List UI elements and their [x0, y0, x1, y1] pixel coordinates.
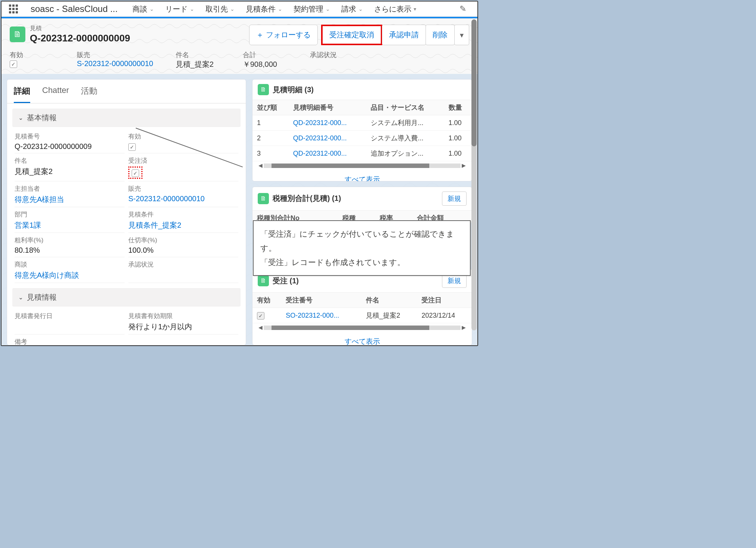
- subject-field-label: 件名: [15, 156, 125, 165]
- qcond-field-label: 見積条件: [128, 210, 238, 219]
- related-panel: 🗎見積明細 (3) 並び順 見積明細番号 品目・サービス名 数量 1QD-202…: [252, 79, 472, 345]
- ordered-checkbox-highlight: ✓: [128, 166, 142, 179]
- sales-label: 販売: [77, 50, 153, 59]
- margin-field-label: 仕切率(%): [128, 236, 238, 245]
- chevron-down-icon: ⌄: [18, 294, 23, 301]
- plus-icon: ＋: [256, 31, 264, 39]
- record-title: 🗎 見積 Q-202312-0000000009: [10, 25, 130, 44]
- sales-link[interactable]: S-202312-0000000010: [77, 59, 153, 68]
- section-basic-header[interactable]: ⌄基本情報: [12, 109, 241, 127]
- quoteinfo-fields: 見積書発行日 見積書有効期限発行より1か月以内 備考: [7, 309, 246, 345]
- caret-down-icon: ▾: [460, 31, 464, 39]
- dept-field-label: 部門: [15, 210, 125, 219]
- sales-field-label: 販売: [128, 184, 238, 193]
- subject-value: 見積_提案2: [176, 59, 220, 69]
- ordered-field-value: ✓: [128, 165, 238, 179]
- lines-table: 並び順 見積明細番号 品目・サービス名 数量 1QD-202312-000...…: [252, 100, 472, 161]
- nav-tab-account[interactable]: 取引先⌄: [206, 4, 235, 14]
- edit-nav-icon[interactable]: ✎: [459, 4, 466, 14]
- lines-col-qty: 数量: [444, 100, 472, 115]
- horizontal-scrollbar[interactable]: [264, 164, 461, 168]
- lines-card-title: 見積明細 (3): [273, 85, 467, 95]
- active-label: 有効: [10, 50, 54, 59]
- detail-tabs: 詳細 Chatter 活動: [7, 80, 246, 103]
- order-col-no: 受注番号: [281, 293, 361, 308]
- sales-field-link[interactable]: S-202312-0000000010: [128, 193, 238, 203]
- checkbox-checked-icon: ✓: [128, 143, 136, 151]
- quote-no-value: Q-202312-0000000009: [15, 141, 125, 151]
- subject-field-value: 見積_提案2: [15, 165, 125, 177]
- checkbox-checked-icon: ✓: [257, 312, 264, 320]
- chevron-down-icon: ⌄: [18, 114, 23, 121]
- global-nav: soasc - SalesCloud ... 商談⌄ リード⌄ 取引先⌄ 見積条…: [1, 1, 477, 17]
- table-row[interactable]: 2QD-202312-000...システム導入費...1.00: [252, 131, 472, 146]
- ordered-field-label: 受注済: [128, 156, 238, 165]
- opp-field-label: 商談: [15, 260, 125, 269]
- issue-date-label: 見積書発行日: [15, 312, 125, 320]
- app-launcher-icon[interactable]: [9, 4, 18, 13]
- total-value: ￥908,000: [243, 59, 288, 69]
- record-header-panel: 🗎 見積 Q-202312-0000000009 ＋フォローする 受注確定取消 …: [1, 18, 477, 74]
- record-summary-fields: 有効✓ 販売S-202312-0000000010 件名見積_提案2 合計￥90…: [10, 45, 469, 74]
- gross-field-value: 80.18%: [15, 245, 125, 255]
- dept-field-link[interactable]: 営業1課: [15, 219, 125, 230]
- tax-card-title: 税種別合計(見積) (1): [273, 193, 438, 203]
- chevron-down-icon: ⌄: [278, 6, 282, 12]
- horizontal-scrollbar[interactable]: [264, 326, 461, 330]
- qcond-field-link[interactable]: 見積条件_提案2: [128, 219, 238, 230]
- chevron-down-icon: ⌄: [326, 6, 330, 12]
- nav-tab-billing[interactable]: 請求⌄: [341, 4, 363, 14]
- contact-field-label: 主担当者: [15, 184, 125, 193]
- cancel-order-confirm-button[interactable]: 受注確定取消: [321, 25, 382, 45]
- opp-field-link[interactable]: 得意先A様向け商談: [15, 269, 125, 280]
- tax-summary-card: 🗎税種別合計(見積) (1)新規 税種別合計No 税種 税率 合計金額: [252, 187, 472, 223]
- issue-date-value: [15, 320, 125, 322]
- gross-field-label: 粗利率(%): [15, 236, 125, 245]
- nav-tab-quote-condition[interactable]: 見積条件⌄: [246, 4, 282, 14]
- expiry-value: 発行より1か月以内: [128, 320, 238, 332]
- record-name: Q-202312-0000000009: [30, 32, 130, 44]
- approval-label: 承認状況: [310, 50, 355, 59]
- detail-panel: 詳細 Chatter 活動 ⌄基本情報 見積番号Q-202312-0000000…: [7, 79, 246, 345]
- active-field-label: 有効: [128, 132, 238, 141]
- contact-field-link[interactable]: 得意先A様担当: [15, 193, 125, 205]
- order-col-active: 有効: [252, 293, 281, 308]
- vertical-scrollbar[interactable]: [471, 19, 477, 330]
- follow-button[interactable]: ＋フォローする: [249, 25, 318, 45]
- more-actions-button[interactable]: ▾: [454, 25, 469, 45]
- tab-detail[interactable]: 詳細: [14, 80, 30, 103]
- quote-no-label: 見積番号: [15, 132, 125, 141]
- callout-line1: 「受注済」にチェックが付いていることが確認できます。: [260, 227, 463, 255]
- checkbox-checked-icon: ✓: [10, 60, 17, 68]
- chevron-down-icon: ⌄: [358, 6, 363, 12]
- lines-view-all-link[interactable]: すべて表示: [252, 170, 472, 181]
- nav-tabs: 商談⌄ リード⌄ 取引先⌄ 見積条件⌄ 契約管理⌄ 請求⌄ さらに表示▾: [132, 4, 449, 14]
- section-quoteinfo-header[interactable]: ⌄見積情報: [12, 288, 241, 306]
- table-row[interactable]: ✓ SO-202312-000... 見積_提案2 2023/12/14: [252, 308, 472, 323]
- chevron-down-icon: ⌄: [150, 6, 154, 12]
- order-card: 🗎受注 (1)新規 有効 受注番号 件名 受注日 ✓ SO-202312-000…: [252, 269, 472, 345]
- chevron-down-icon: ⌄: [190, 6, 194, 12]
- tab-chatter[interactable]: Chatter: [42, 80, 69, 103]
- order-view-all-link[interactable]: すべて表示: [252, 332, 472, 345]
- table-row[interactable]: 3QD-202312-000...追加オプション...1.00: [252, 146, 472, 161]
- quote-lines-card: 🗎見積明細 (3) 並び順 見積明細番号 品目・サービス名 数量 1QD-202…: [252, 79, 472, 181]
- basic-fields: 見積番号Q-202312-0000000009 有効✓ 件名見積_提案2 受注済…: [7, 129, 246, 283]
- delete-button[interactable]: 削除: [426, 25, 455, 45]
- order-icon: 🗎: [258, 275, 269, 286]
- order-card-title: 受注 (1): [273, 276, 438, 286]
- active-value: ✓: [10, 59, 54, 68]
- table-row[interactable]: 1QD-202312-000...システム利用月...1.00: [252, 115, 472, 131]
- chevron-down-icon: ⌄: [230, 6, 235, 12]
- nav-tab-opportunity[interactable]: 商談⌄: [132, 4, 154, 14]
- lines-col-order: 並び順: [252, 100, 289, 115]
- tax-icon: 🗎: [258, 193, 269, 204]
- lines-col-item: 品目・サービス名: [366, 100, 444, 115]
- tax-new-button[interactable]: 新規: [442, 192, 467, 206]
- tab-activity[interactable]: 活動: [81, 80, 97, 103]
- approval-field-value: [128, 269, 238, 270]
- submit-approval-button[interactable]: 承認申請: [382, 25, 426, 45]
- nav-tab-lead[interactable]: リード⌄: [165, 4, 194, 14]
- nav-tab-more[interactable]: さらに表示▾: [374, 4, 416, 14]
- nav-tab-contract[interactable]: 契約管理⌄: [294, 4, 330, 14]
